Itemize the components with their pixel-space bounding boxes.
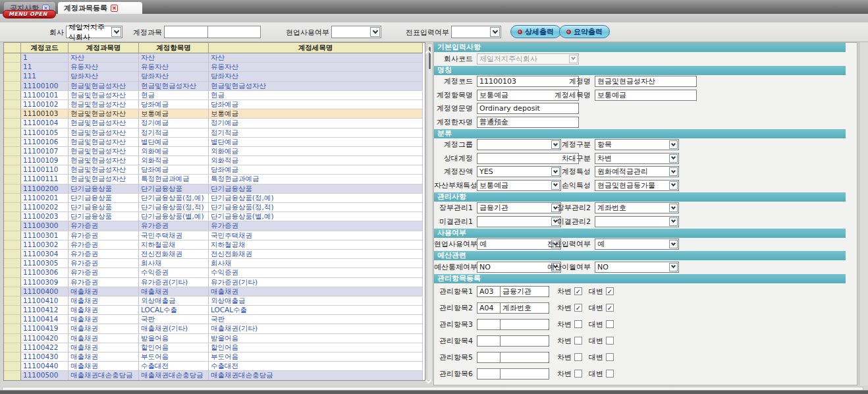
row-selector-cell[interactable] [4,212,21,221]
row-selector-cell[interactable] [4,156,21,165]
table-row[interactable]: 11100202단기금융상품단기금융상품(정,적)단기금융상품(정,적) [4,203,425,212]
row-selector-cell[interactable] [4,72,21,81]
table-row[interactable]: 11100111현금및현금성자산특정현금과예금특정현금과예금 [4,175,425,184]
row-selector-cell[interactable] [4,91,21,100]
row-selector-cell[interactable] [4,221,21,231]
mgmt-name-input[interactable] [500,319,549,330]
row-selector-cell[interactable] [4,250,21,259]
debit-checkbox[interactable]: ✓ [574,287,582,295]
table-row[interactable]: 11100109현금및현금성자산외화적금외화적금 [4,156,425,165]
field-input[interactable]: 普通預金 [477,117,579,128]
summary-print-button[interactable]: 요약출력 [559,25,610,38]
table-row[interactable]: 11100203단기금융상품단기금융상품(별,예)단기금융상품(별,예) [4,212,425,221]
table-row[interactable]: 11100101현금및현금성자산현금현금 [4,91,425,100]
table-row[interactable]: 11100304유가증권전신전화채권전신전화채권 [4,250,425,259]
table-row[interactable]: 11100440매출채권수출대전수출대전 [4,362,425,371]
table-row[interactable]: 11100309유가증권유가증권(기타)유가증권(기타) [4,278,425,287]
row-selector-cell[interactable] [4,362,21,371]
mgmt-code-input[interactable] [477,352,501,363]
account-name-input[interactable] [207,26,261,38]
row-selector-cell[interactable] [4,82,21,91]
panel-scroll-up-icon[interactable] [426,49,433,55]
table-row[interactable]: 11100105현금및현금성자산정기적금정기적금 [4,128,425,138]
row-selector-cell[interactable] [4,343,21,352]
table-row[interactable]: 11100102현금및현금성자산당좌예금당좌예금 [4,100,425,109]
table-row[interactable]: 11100414매출채권국판국판 [4,315,425,324]
debit-checkbox[interactable] [574,353,582,361]
table-row[interactable]: 11100200단기금융상품단기금융상품단기금융상품 [4,184,425,194]
field-use-select[interactable] [331,26,381,38]
mgmt-code-input[interactable] [477,368,501,380]
row-selector-cell[interactable] [4,324,21,333]
close-icon[interactable]: × [111,5,118,12]
credit-checkbox[interactable] [606,370,614,378]
table-row[interactable]: 11100500매출채권대손충당금매출채권대손충당금매출채권대손충당금 [4,371,425,380]
row-selector-cell[interactable] [4,53,21,63]
row-selector-cell[interactable] [4,100,21,109]
row-selector-cell[interactable] [4,278,21,287]
row-selector-cell[interactable] [4,296,21,306]
grid-scrollbar[interactable] [427,43,433,381]
tab-active[interactable]: 계정과목등록× [58,2,142,14]
mgmt-code-input[interactable] [477,335,501,347]
table-row[interactable]: 11100103현금및현금성자산보통예금보통예금 [4,109,425,119]
table-row[interactable]: 11100300유가증권유가증권유가증권 [4,221,425,231]
slip-entry-select[interactable] [451,26,501,38]
mgmt-code-input[interactable]: A03 [477,286,501,297]
table-row[interactable]: 11100106현금및현금성자산별단예금별단예금 [4,138,425,147]
table-row[interactable]: 11100302유가증권지하철공채지하철공채 [4,240,425,250]
table-row[interactable]: 11100305유가증권회사채회사채 [4,259,425,268]
table-row[interactable]: 11100104현금및현금성자산정기예금정기예금 [4,119,425,128]
field-select[interactable] [595,216,679,227]
row-selector-cell[interactable] [4,128,21,138]
table-row[interactable]: 11100306유가증권수익증권수익증권 [4,268,425,277]
field-input[interactable]: 보통예금 [595,90,697,101]
mgmt-code-input[interactable]: A04 [477,302,501,314]
row-selector-cell[interactable] [4,315,21,324]
detail-print-button[interactable]: 상세출력 [510,25,561,38]
credit-checkbox[interactable] [606,320,614,328]
table-row[interactable]: 11100430매출채권부도어음부도어음 [4,352,425,362]
table-row[interactable]: 11100410매출채권외상매출금외상매출금 [4,296,425,306]
mgmt-name-input[interactable]: 계좌번호 [500,302,549,314]
field-select[interactable]: 항목 [595,139,679,150]
row-selector-cell[interactable] [4,203,21,212]
panel-scroll-down-icon[interactable] [426,378,433,385]
row-selector-cell[interactable] [4,147,21,156]
table-row[interactable]: 111당좌자산당좌자산당좌자산 [4,72,425,81]
debit-checkbox[interactable]: ✓ [574,304,582,312]
row-selector-cell[interactable] [4,259,21,268]
mgmt-name-input[interactable] [500,335,549,347]
debit-checkbox[interactable] [574,370,582,378]
row-selector-cell[interactable] [4,268,21,277]
field-input[interactable]: 현금및현금성자산 [595,76,697,87]
account-code-input[interactable] [164,26,208,38]
row-selector-cell[interactable] [4,184,21,194]
field-select[interactable]: 원화예적금관리 [595,166,679,177]
field-select[interactable]: 차변 [595,153,679,164]
table-row[interactable]: 11100400매출채권매출채권매출채권 [4,287,425,296]
field-select[interactable]: NO [595,262,679,273]
company-select[interactable]: 제일저지주식회사 [66,26,122,38]
table-row[interactable]: 11100419매출채권매출채권(기타)매출채권(기타) [4,324,425,333]
table-row[interactable]: 11유동자산유동자산유동자산 [4,63,425,72]
credit-checkbox[interactable] [606,337,614,345]
table-row[interactable]: 11100107현금및현금성자산외화예금외화예금 [4,147,425,156]
row-selector-cell[interactable] [4,371,21,380]
row-selector-cell[interactable] [4,194,21,203]
mgmt-code-input[interactable] [477,319,501,330]
table-row[interactable]: 11100420매출채권받을어음받을어음 [4,334,425,343]
table-row[interactable]: 11100100현금및현금성자산현금및현금성자산현금및현금성자산 [4,82,425,91]
row-selector-cell[interactable] [4,352,21,362]
mgmt-name-input[interactable] [500,352,549,363]
field-select[interactable]: 현금및현금등가물 [595,180,679,191]
row-selector-cell[interactable] [4,231,21,240]
table-row[interactable]: 11100412매출채권LOCAL수출LOCAL수출 [4,306,425,315]
mgmt-name-input[interactable]: 금융기관 [500,286,549,297]
menu-open-button[interactable]: MENU OPEN [3,10,56,18]
table-row[interactable]: 11100201단기금융상품단기금융상품(정,예)단기금융상품(정,예) [4,194,425,203]
table-row[interactable]: 11100110현금및현금성자산당좌예금당좌예금 [4,165,425,175]
row-selector-cell[interactable] [4,63,21,72]
credit-checkbox[interactable] [606,353,614,361]
credit-checkbox[interactable]: ✓ [606,304,614,312]
